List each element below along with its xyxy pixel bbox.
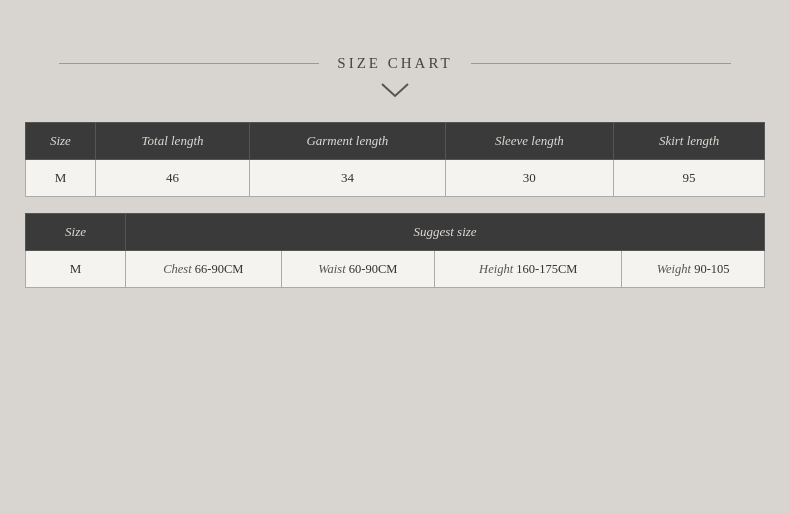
chevron-container [380, 80, 410, 100]
col-sleeve-length: Sleeve length [445, 123, 614, 160]
height-label: Height [479, 262, 513, 276]
col-size: Size [26, 123, 96, 160]
col-total-length: Total length [95, 123, 249, 160]
cell-sleeve-length: 30 [445, 160, 614, 197]
col-garment-length: Garment length [250, 123, 445, 160]
suggest-size-table: Size Suggest size M Chest 66-90CM Waist … [25, 213, 765, 288]
height-value: 160-175CM [516, 262, 577, 276]
chest-value: 66-90CM [195, 262, 244, 276]
suggest-chest-cell: Chest 66-90CM [126, 251, 282, 288]
tables-container: Size Total length Garment length Sleeve … [25, 122, 765, 304]
chest-label: Chest [163, 262, 191, 276]
suggest-waist-cell: Waist 60-90CM [281, 251, 435, 288]
table-row: M 46 34 30 95 [26, 160, 765, 197]
col-skirt-length: Skirt length [614, 123, 765, 160]
suggest-weight-cell: Weight 90-105 [622, 251, 765, 288]
cell-total-length: 46 [95, 160, 249, 197]
cell-size: M [26, 160, 96, 197]
cell-skirt-length: 95 [614, 160, 765, 197]
cell-garment-length: 34 [250, 160, 445, 197]
weight-label: Weight [657, 262, 691, 276]
title-line-left [59, 63, 319, 64]
suggest-size-cell: M [26, 251, 126, 288]
weight-value: 90-105 [694, 262, 729, 276]
size-chart-title: SIZE CHART [319, 55, 470, 72]
title-section: SIZE CHART [0, 55, 790, 72]
title-line-right [471, 63, 731, 64]
chevron-icon [380, 80, 410, 100]
waist-value: 60-90CM [349, 262, 398, 276]
page-container: SIZE CHART Size Total length Garment len… [0, 0, 790, 513]
suggest-height-cell: Height 160-175CM [435, 251, 622, 288]
size-dimension-table: Size Total length Garment length Sleeve … [25, 122, 765, 197]
col-suggest-size: Suggest size [126, 214, 765, 251]
waist-label: Waist [318, 262, 345, 276]
col-size-2: Size [26, 214, 126, 251]
suggest-table-row: M Chest 66-90CM Waist 60-90CM Height 1 [26, 251, 765, 288]
